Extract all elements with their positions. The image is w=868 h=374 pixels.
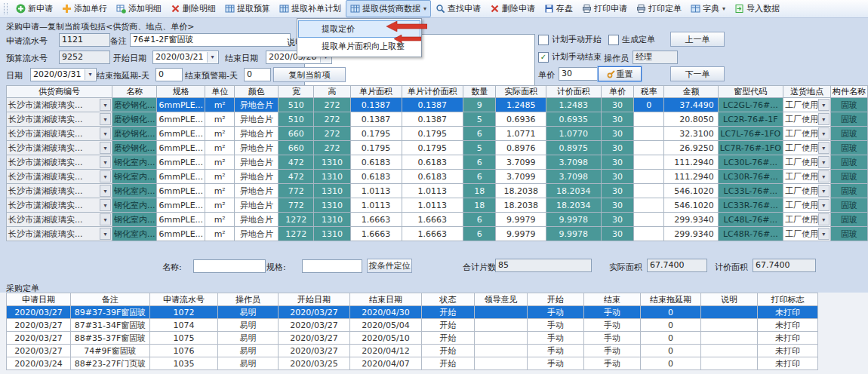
cell-piece-area[interactable]: 0.6183 bbox=[350, 155, 402, 170]
column-header-color[interactable]: 颜色 bbox=[235, 86, 279, 98]
cell-piece-price-area[interactable]: 1.6663 bbox=[402, 227, 463, 241]
cell-component[interactable]: 固玻 bbox=[830, 98, 867, 112]
cell-piece-area[interactable]: 1.6663 bbox=[350, 213, 402, 227]
orders-column-header-leader-opinion[interactable]: 领导意见 bbox=[475, 293, 528, 306]
table-row[interactable]: 长沙市潇湘玻璃实...▾钢化室内...6mmPLE...m²异地合片127213… bbox=[7, 213, 868, 227]
cell-color[interactable]: 异地合片 bbox=[235, 184, 279, 198]
order-cell-remark[interactable]: 89#37-39F窗固玻 bbox=[71, 306, 150, 319]
cell-name[interactable]: 钢化室内... bbox=[112, 213, 157, 227]
cell-unit[interactable]: m² bbox=[205, 127, 235, 141]
cell-amount[interactable]: 299.9340 bbox=[664, 213, 719, 227]
cell-actual-area[interactable]: 0.8976 bbox=[496, 141, 546, 155]
cell-qty[interactable]: 9 bbox=[463, 98, 496, 112]
order-cell-note[interactable] bbox=[701, 332, 758, 345]
cell-window-code[interactable]: LC2R-76#-1F bbox=[718, 112, 783, 127]
cell-actual-area[interactable]: 1.2485 bbox=[496, 98, 546, 112]
combobox-arrow-icon[interactable]: ▾ bbox=[818, 199, 830, 211]
orders-column-header-operator[interactable]: 操作员 bbox=[218, 293, 279, 306]
column-header-spec[interactable]: 规格 bbox=[157, 86, 205, 98]
cell-color[interactable]: 异地合片 bbox=[235, 198, 279, 213]
cell-qty[interactable]: 5 bbox=[463, 141, 496, 155]
cell-width[interactable]: 472 bbox=[279, 155, 314, 170]
order-cell-remark[interactable]: 88#23-27F门页玻 bbox=[71, 357, 150, 370]
order-cell-apply-no[interactable]: 1035 bbox=[150, 357, 218, 370]
previous-order-button[interactable]: 上一单 bbox=[670, 32, 725, 47]
cell-unit-price[interactable]: 30 bbox=[601, 155, 633, 170]
cell-supplier[interactable]: 长沙市潇湘玻璃实...▾ bbox=[7, 198, 112, 213]
cell-width[interactable]: 510 bbox=[279, 98, 314, 112]
cell-height[interactable]: 1310 bbox=[314, 184, 351, 198]
order-cell-apply-no[interactable]: 1072 bbox=[150, 306, 218, 319]
cell-width[interactable]: 510 bbox=[279, 112, 314, 127]
cell-unit[interactable]: m² bbox=[205, 198, 235, 213]
orders-column-header-start-mode[interactable]: 开始 bbox=[528, 293, 584, 306]
order-cell-leader-opinion[interactable] bbox=[475, 332, 528, 345]
cell-unit-price[interactable]: 30 bbox=[601, 112, 633, 127]
cell-piece-area[interactable]: 1.0113 bbox=[350, 184, 402, 198]
cell-amount[interactable]: 111.2940 bbox=[664, 155, 719, 170]
order-cell-operator[interactable]: 易明 bbox=[218, 306, 279, 319]
cell-window-code[interactable]: LC48R-76#... bbox=[718, 227, 783, 241]
cell-tax-rate[interactable] bbox=[634, 127, 664, 141]
combobox-arrow-icon[interactable]: ▾ bbox=[100, 127, 111, 139]
cell-supplier[interactable]: 长沙市潇湘玻璃实...▾ bbox=[7, 184, 112, 198]
cell-unit-price[interactable]: 30 bbox=[601, 170, 633, 184]
orders-column-header-apply-date[interactable]: 申请日期 bbox=[7, 293, 71, 306]
print-application-button[interactable]: 打印申请 bbox=[577, 0, 632, 17]
cell-tax-rate[interactable] bbox=[634, 170, 664, 184]
column-header-tax-rate[interactable]: 税率 bbox=[634, 86, 664, 98]
order-row[interactable]: 2020/03/2488#23-27F门页玻1035易明2020/03/2520… bbox=[7, 357, 818, 370]
cell-component[interactable]: 固玻 bbox=[830, 198, 867, 213]
cell-piece-area[interactable]: 0.1387 bbox=[350, 112, 402, 127]
delete-application-button[interactable]: 删除申请 bbox=[485, 0, 540, 17]
cell-piece-price-area[interactable]: 1.0113 bbox=[402, 184, 463, 198]
cell-name[interactable]: 钢化室内... bbox=[112, 184, 157, 198]
cell-unit-price[interactable]: 30 bbox=[601, 198, 633, 213]
locate-by-condition-button[interactable]: 按条件定位 bbox=[367, 259, 412, 273]
order-cell-note[interactable] bbox=[701, 319, 758, 332]
order-cell-end-delay[interactable]: 0 bbox=[641, 306, 701, 319]
cell-price-area[interactable]: 0.6935 bbox=[546, 112, 601, 127]
cell-price-area[interactable]: 0.8975 bbox=[546, 141, 601, 155]
dictionary-button[interactable]: 字典▾ bbox=[686, 0, 730, 17]
order-cell-remark[interactable]: 74#9F窗固玻 bbox=[71, 345, 150, 357]
cell-window-code[interactable]: LC33R-76#... bbox=[718, 198, 783, 213]
cell-supplier[interactable]: 长沙市潇湘玻璃实...▾ bbox=[7, 112, 112, 127]
budget-no-field[interactable]: 9252 bbox=[59, 51, 110, 64]
order-row[interactable]: 2020/03/2774#9F窗固玻1076易明2020/03/272020/0… bbox=[7, 345, 818, 357]
cell-actual-area[interactable]: 3.7099 bbox=[496, 170, 546, 184]
order-cell-end-delay[interactable]: 0 bbox=[641, 319, 701, 332]
order-cell-end-mode[interactable]: 手动 bbox=[584, 306, 641, 319]
delay-field[interactable]: 0 bbox=[155, 68, 183, 81]
cell-supplier[interactable]: 长沙市潇湘玻璃实...▾ bbox=[7, 170, 112, 184]
cell-unit-price[interactable]: 30 bbox=[601, 141, 633, 155]
order-cell-remark[interactable]: 88#35-37F窗固玻 bbox=[71, 332, 150, 345]
cell-supplier[interactable]: 长沙市潇湘玻璃实...▾ bbox=[7, 127, 112, 141]
cell-window-code[interactable]: LC7L-76#-1FO bbox=[718, 127, 783, 141]
cell-delivery[interactable]: 工厂使用▾ bbox=[783, 112, 830, 127]
cell-supplier[interactable]: 长沙市潇湘玻璃实...▾ bbox=[7, 213, 112, 227]
table-row[interactable]: 长沙市潇湘玻璃实...▾钢化室内...6mmPLE...m²异地合片127213… bbox=[7, 227, 868, 241]
cell-height[interactable]: 272 bbox=[314, 98, 351, 112]
combobox-arrow-icon[interactable]: ▾ bbox=[100, 113, 111, 125]
add-single-row-button[interactable]: 添加单行 bbox=[57, 0, 112, 17]
cell-actual-area[interactable]: 18.2038 bbox=[496, 198, 546, 213]
warn-field[interactable]: 0 bbox=[244, 68, 271, 81]
combobox-arrow-icon[interactable]: ▾ bbox=[100, 156, 111, 168]
column-header-unit-price[interactable]: 单价 bbox=[601, 86, 633, 98]
combobox-arrow-icon[interactable]: ▾ bbox=[100, 213, 111, 225]
cell-unit-price[interactable]: 30 bbox=[601, 213, 633, 227]
column-header-name[interactable]: 名称 bbox=[112, 86, 157, 98]
cell-name[interactable]: 钢化室内... bbox=[112, 155, 157, 170]
cell-amount[interactable]: 299.9340 bbox=[664, 227, 719, 241]
order-cell-end-date[interactable]: 2020/04/07 bbox=[350, 357, 422, 370]
order-cell-end-delay[interactable]: 0 bbox=[641, 345, 701, 357]
cell-supplier[interactable]: 长沙市潇湘玻璃实...▾ bbox=[7, 141, 112, 155]
cell-unit-price[interactable]: 30 bbox=[601, 127, 633, 141]
cell-unit[interactable]: m² bbox=[205, 112, 235, 127]
column-header-window-code[interactable]: 窗型代码 bbox=[718, 86, 783, 98]
order-cell-note[interactable] bbox=[701, 345, 758, 357]
order-cell-status[interactable]: 开始 bbox=[422, 345, 475, 357]
cell-delivery[interactable]: 工厂使用▾ bbox=[783, 170, 830, 184]
extract-supplier-data-button[interactable]: 提取供货商数据▾ bbox=[346, 0, 431, 17]
